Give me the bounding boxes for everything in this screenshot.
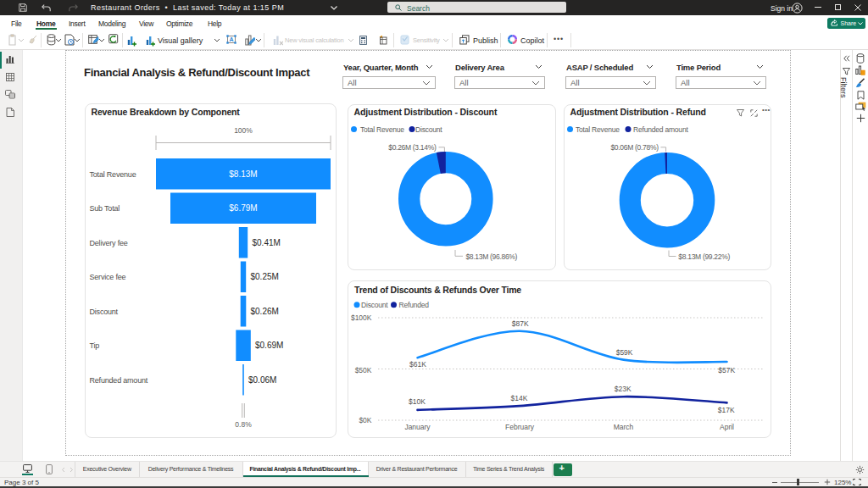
svg-text:Refunded amount: Refunded amount — [633, 125, 688, 134]
svg-text:$100K: $100K — [351, 313, 372, 322]
svg-text:$8.13M: $8.13M — [229, 169, 257, 179]
svg-text:April: April — [720, 423, 734, 431]
svg-text:$23K: $23K — [615, 385, 632, 393]
svg-text:Refunded amount: Refunded amount — [89, 376, 147, 385]
svg-text:March: March — [614, 423, 634, 431]
svg-text:$17K: $17K — [718, 406, 735, 414]
svg-text:$8.13M (99.22%): $8.13M (99.22%) — [678, 252, 730, 261]
svg-text:Sub Total: Sub Total — [89, 204, 120, 213]
svg-text:Tip: Tip — [89, 341, 99, 350]
svg-text:$0.69M: $0.69M — [255, 341, 283, 350]
svg-text:0.8%: 0.8% — [235, 420, 252, 429]
svg-text:$8.13M (96.86%): $8.13M (96.86%) — [465, 252, 517, 260]
svg-text:Service fee: Service fee — [89, 273, 125, 281]
svg-text:Total Revenue: Total Revenue — [89, 170, 136, 179]
svg-text:$0.25M: $0.25M — [250, 272, 278, 281]
svg-text:$0.41M: $0.41M — [252, 238, 280, 247]
svg-text:100%: 100% — [234, 126, 253, 135]
svg-text:$10K: $10K — [409, 397, 426, 406]
svg-text:Discount: Discount — [415, 125, 442, 134]
svg-text:January: January — [404, 423, 431, 431]
svg-text:$14K: $14K — [510, 394, 527, 402]
svg-text:Discount: Discount — [361, 301, 388, 309]
svg-text:$0.06M: $0.06M — [248, 375, 276, 385]
svg-text:$0.06M (0.78%): $0.06M (0.78%) — [610, 143, 659, 152]
svg-text:$0.26M: $0.26M — [250, 307, 278, 316]
svg-text:Discount: Discount — [89, 308, 118, 316]
svg-text:$50K: $50K — [355, 366, 372, 374]
svg-text:$61K: $61K — [409, 360, 426, 369]
svg-text:Total Revenue: Total Revenue — [360, 125, 404, 134]
svg-text:$57K: $57K — [718, 366, 735, 374]
svg-text:February: February — [505, 423, 535, 431]
svg-text:$0K: $0K — [359, 416, 371, 424]
svg-text:Delivery fee: Delivery fee — [89, 239, 127, 247]
svg-text:$6.79M: $6.79M — [229, 203, 257, 213]
svg-text:Total Revenue: Total Revenue — [576, 125, 620, 134]
svg-text:$0.26M (3.14%): $0.26M (3.14%) — [388, 143, 437, 152]
svg-text:Refunded: Refunded — [399, 301, 430, 309]
svg-text:$59K: $59K — [616, 348, 633, 357]
svg-text:$87K: $87K — [512, 319, 529, 328]
